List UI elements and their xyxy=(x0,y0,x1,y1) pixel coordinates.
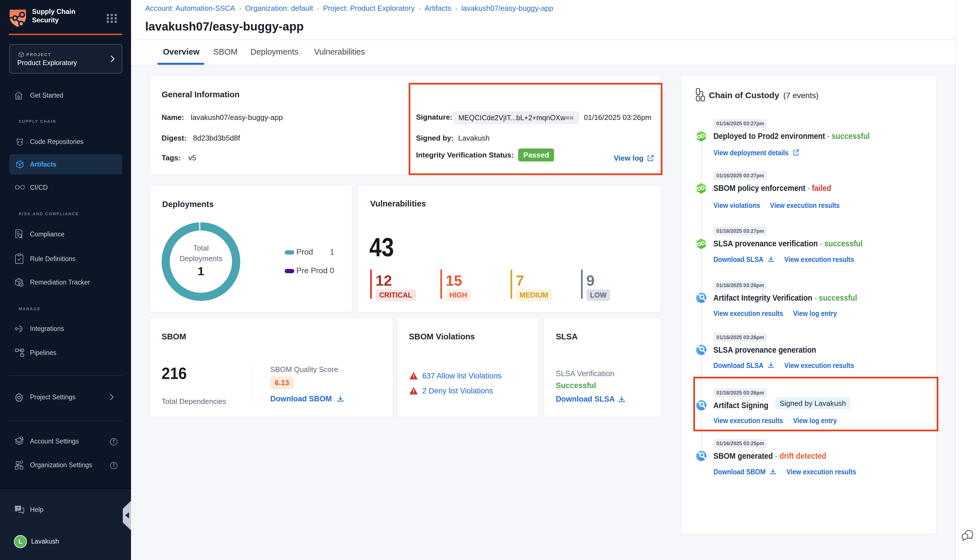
svg-text:?: ? xyxy=(17,506,19,510)
